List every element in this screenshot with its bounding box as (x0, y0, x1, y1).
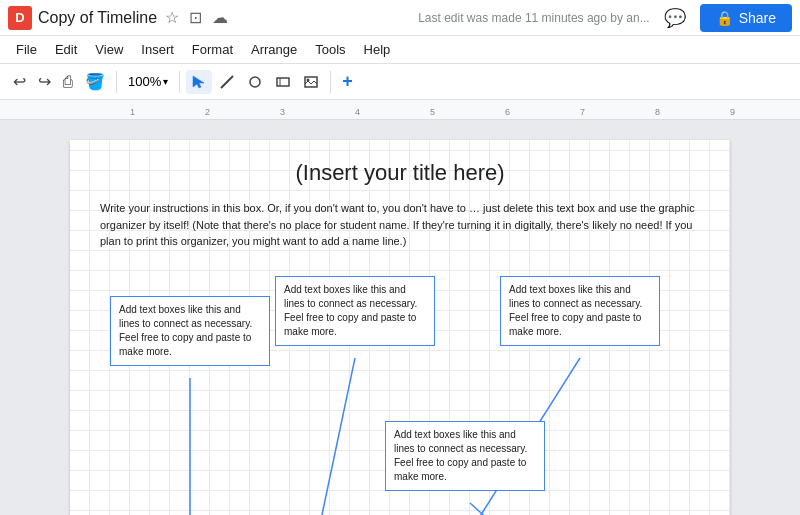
menu-bar: File Edit View Insert Format Arrange Too… (0, 36, 800, 64)
textbox-icon (275, 74, 291, 90)
circle-icon (247, 74, 263, 90)
box-2-text: Add text boxes like this and lines to co… (284, 284, 417, 337)
zoom-value: 100% (128, 74, 161, 89)
title-bar: D Copy of Timeline ☆ ⊡ ☁ Last edit was m… (0, 0, 800, 36)
share-label: Share (739, 10, 776, 26)
lock-icon: 🔒 (716, 10, 733, 26)
cloud-icon[interactable]: ☁ (210, 6, 230, 29)
instructions-text: Write your instructions in this box. Or,… (100, 200, 700, 250)
menu-insert[interactable]: Insert (133, 40, 182, 59)
ruler-mark-3: 3 (280, 107, 285, 117)
box-1-text: Add text boxes like this and lines to co… (119, 304, 252, 357)
ruler-mark-7: 7 (580, 107, 585, 117)
timeline-box-1[interactable]: Add text boxes like this and lines to co… (110, 296, 270, 366)
zoom-arrow-icon: ▾ (163, 76, 168, 87)
menu-help[interactable]: Help (356, 40, 399, 59)
textbox-tool-button[interactable] (270, 70, 296, 94)
line-tool-button[interactable] (214, 70, 240, 94)
canvas-area: (Insert your title here) Write your inst… (0, 120, 800, 515)
ruler-mark-4: 4 (355, 107, 360, 117)
doc-title: Copy of Timeline (38, 9, 157, 27)
svg-rect-3 (277, 78, 289, 86)
toolbar-sep-2 (179, 71, 180, 93)
toolbar-sep-1 (116, 71, 117, 93)
menu-file[interactable]: File (8, 40, 45, 59)
menu-format[interactable]: Format (184, 40, 241, 59)
timeline-box-2[interactable]: Add text boxes like this and lines to co… (275, 276, 435, 346)
svg-point-2 (250, 77, 260, 87)
folder-icon[interactable]: ⊡ (187, 6, 204, 29)
menu-tools[interactable]: Tools (307, 40, 353, 59)
undo-button[interactable]: ↩ (8, 68, 31, 95)
app-icon: D (8, 6, 32, 30)
shape-tool-button[interactable] (242, 70, 268, 94)
menu-view[interactable]: View (87, 40, 131, 59)
image-tool-button[interactable] (298, 70, 324, 94)
menu-edit[interactable]: Edit (47, 40, 85, 59)
ruler-mark-6: 6 (505, 107, 510, 117)
comment-button[interactable]: 💬 (660, 3, 690, 33)
ruler-mark-8: 8 (655, 107, 660, 117)
svg-line-10 (470, 503, 520, 516)
last-edit-text: Last edit was made 11 minutes ago by an.… (418, 11, 649, 25)
image-icon (303, 74, 319, 90)
zoom-dropdown[interactable]: 100% ▾ (123, 71, 173, 92)
timeline-box-4[interactable]: Add text boxes like this and lines to co… (385, 421, 545, 491)
menu-arrange[interactable]: Arrange (243, 40, 305, 59)
print-button[interactable]: ⎙ (58, 69, 78, 95)
document-title: (Insert your title here) (100, 160, 700, 186)
line-icon (219, 74, 235, 90)
svg-marker-0 (193, 76, 204, 88)
ruler-mark-2: 2 (205, 107, 210, 117)
timeline-box-3[interactable]: Add text boxes like this and lines to co… (500, 276, 660, 346)
box-4-text: Add text boxes like this and lines to co… (394, 429, 527, 482)
svg-point-6 (307, 78, 310, 81)
box-3-text: Add text boxes like this and lines to co… (509, 284, 642, 337)
timeline-area: Add text boxes like this and lines to co… (100, 266, 700, 516)
ruler-mark-9: 9 (730, 107, 735, 117)
header-right: Last edit was made 11 minutes ago by an.… (418, 3, 792, 33)
svg-line-8 (315, 358, 355, 516)
toolbar: ↩ ↪ ⎙ 🪣 100% ▾ + (0, 64, 800, 100)
document: (Insert your title here) Write your inst… (70, 140, 730, 515)
redo-button[interactable]: ↪ (33, 68, 56, 95)
svg-line-1 (221, 76, 233, 88)
toolbar-sep-3 (330, 71, 331, 93)
select-tool-button[interactable] (186, 70, 212, 94)
star-icon[interactable]: ☆ (163, 6, 181, 29)
ruler: 1 2 3 4 5 6 7 8 9 (0, 100, 800, 120)
paint-format-button[interactable]: 🪣 (80, 68, 110, 95)
cursor-icon (191, 74, 207, 90)
add-button[interactable]: + (337, 67, 358, 96)
share-button[interactable]: 🔒 Share (700, 4, 792, 32)
ruler-mark-5: 5 (430, 107, 435, 117)
ruler-mark-1: 1 (130, 107, 135, 117)
